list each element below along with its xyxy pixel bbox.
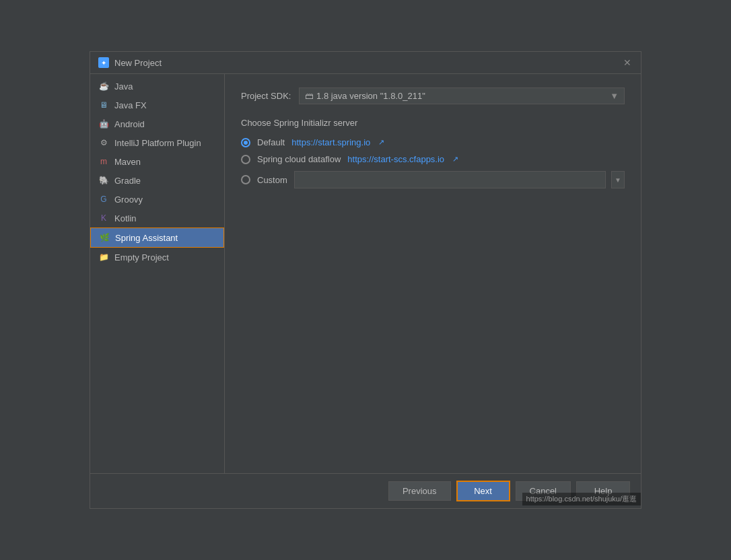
sdk-dropdown-arrow: ▼ [610, 91, 619, 101]
sidebar-label-groovy: Groovy [114, 195, 143, 205]
custom-dropdown-arrow-icon[interactable]: ▼ [611, 171, 625, 188]
intellij-icon: ⚙ [98, 137, 109, 148]
empty-icon: 📁 [98, 252, 109, 262]
sidebar-label-gradle: Gradle [114, 176, 141, 186]
custom-input-row: ▼ [294, 171, 625, 188]
kotlin-icon: K [98, 213, 109, 223]
radio-label-custom: Custom [257, 175, 287, 185]
sidebar-label-spring: Spring Assistant [115, 233, 178, 243]
android-icon: 🤖 [98, 118, 109, 129]
radio-circle-cloud [241, 155, 250, 164]
dialog-title: New Project [114, 58, 162, 68]
maven-icon: m [98, 156, 109, 167]
sidebar-item-empty[interactable]: 📁Empty Project [90, 248, 224, 267]
sdk-value: 🗃 1.8 java version "1.8.0_211" [305, 91, 425, 101]
sidebar-label-javafx: Java FX [114, 100, 147, 110]
radio-label-cloud: Spring cloud dataflow [257, 154, 341, 164]
sidebar-item-java[interactable]: ☕Java [90, 77, 224, 96]
title-bar: ✦ New Project ✕ [90, 52, 641, 74]
close-button[interactable]: ✕ [622, 57, 633, 68]
sidebar-item-kotlin[interactable]: KKotlin [90, 209, 224, 228]
external-link-icon-default: ↗ [378, 138, 384, 147]
sidebar-label-kotlin: Kotlin [114, 213, 137, 223]
javafx-icon: 🖥 [98, 100, 109, 110]
sidebar-label-empty: Empty Project [114, 252, 169, 262]
next-button[interactable]: Next [456, 481, 510, 501]
title-bar-left: ✦ New Project [98, 57, 162, 68]
sdk-dropdown[interactable]: 🗃 1.8 java version "1.8.0_211" ▼ [299, 88, 625, 104]
external-link-icon-cloud: ↗ [452, 155, 458, 164]
main-content: ☕Java🖥Java FX🤖Android⚙IntelliJ Platform … [90, 74, 641, 473]
radio-link-default[interactable]: https://start.spring.io [291, 137, 370, 147]
sidebar-label-intellij: IntelliJ Platform Plugin [114, 138, 201, 148]
sidebar-item-maven[interactable]: mMaven [90, 152, 224, 171]
sidebar-item-spring[interactable]: 🌿Spring Assistant [90, 228, 224, 248]
spring-icon: 🌿 [99, 232, 110, 243]
gradle-icon: 🐘 [98, 175, 109, 186]
previous-button[interactable]: Previous [388, 481, 451, 501]
sdk-label: Project SDK: [241, 91, 291, 101]
sidebar-item-intellij[interactable]: ⚙IntelliJ Platform Plugin [90, 133, 224, 152]
sidebar-label-java: Java [114, 81, 133, 92]
sidebar-item-gradle[interactable]: 🐘Gradle [90, 171, 224, 190]
radio-item-cloud[interactable]: Spring cloud dataflowhttps://start-scs.c… [241, 154, 625, 164]
new-project-dialog: ✦ New Project ✕ ☕Java🖥Java FX🤖Android⚙In… [90, 51, 641, 509]
sidebar-label-maven: Maven [114, 157, 141, 167]
radio-label-default: Default [257, 137, 285, 147]
sidebar: ☕Java🖥Java FX🤖Android⚙IntelliJ Platform … [90, 74, 225, 473]
radio-group: Defaulthttps://start.spring.io ↗Spring c… [241, 137, 625, 188]
radio-item-custom[interactable]: Custom▼ [241, 171, 625, 188]
radio-circle-default [241, 138, 250, 147]
section-title: Choose Spring Initializr server [241, 118, 625, 128]
radio-link-cloud[interactable]: https://start-scs.cfapps.io [347, 154, 444, 164]
watermark: https://blog.csdn.net/shujuku/逛逛 [522, 493, 641, 505]
sdk-row: Project SDK: 🗃 1.8 java version "1.8.0_2… [241, 88, 625, 104]
custom-url-input[interactable] [294, 171, 606, 188]
groovy-icon: G [98, 194, 109, 205]
sidebar-item-android[interactable]: 🤖Android [90, 114, 224, 133]
sidebar-label-android: Android [114, 119, 145, 129]
radio-item-default[interactable]: Defaulthttps://start.spring.io ↗ [241, 137, 625, 147]
sidebar-item-javafx[interactable]: 🖥Java FX [90, 96, 224, 114]
dialog-icon: ✦ [98, 57, 109, 68]
radio-circle-custom [241, 175, 250, 184]
right-panel: Project SDK: 🗃 1.8 java version "1.8.0_2… [225, 74, 641, 473]
java-icon: ☕ [98, 81, 109, 92]
sidebar-item-groovy[interactable]: GGroovy [90, 190, 224, 209]
